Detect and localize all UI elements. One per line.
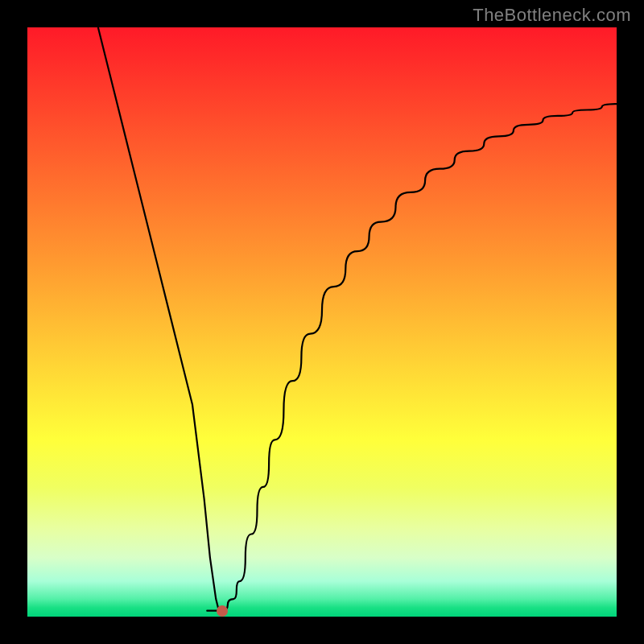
chart-frame: TheBottleneck.com [0,0,644,644]
data-curve [98,27,617,611]
plot-area [27,27,617,617]
marker-dot [217,605,228,617]
watermark-text: TheBottleneck.com [473,5,631,26]
line-layer [27,27,617,617]
